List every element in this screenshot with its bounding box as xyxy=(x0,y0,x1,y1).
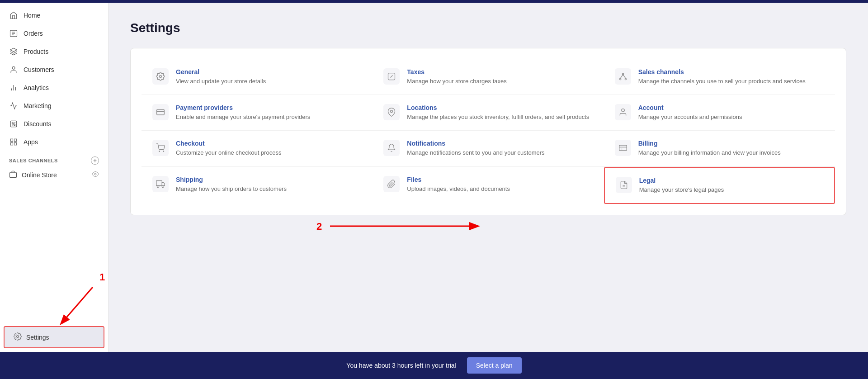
files-icon xyxy=(383,176,400,192)
svg-rect-13 xyxy=(10,139,13,141)
svg-marker-4 xyxy=(10,48,17,52)
settings-item-account[interactable]: Account Manage your accounts and permiss… xyxy=(604,95,835,131)
billing-text: Billing Manage your billing information … xyxy=(638,140,824,157)
svg-point-10 xyxy=(14,124,15,126)
sidebar-item-home-label: Home xyxy=(24,12,40,19)
svg-point-20 xyxy=(160,76,162,78)
svg-point-38 xyxy=(157,185,159,187)
files-title[interactable]: Files xyxy=(407,176,593,183)
sidebar-item-orders[interactable]: Orders xyxy=(0,24,108,43)
settings-item-files[interactable]: Files Upload images, videos, and documen… xyxy=(373,167,604,204)
sidebar-item-settings[interactable]: Settings xyxy=(4,326,104,348)
payment-title[interactable]: Payment providers xyxy=(176,104,362,111)
main-content: Settings General View and update your st… xyxy=(108,3,868,352)
locations-title[interactable]: Locations xyxy=(407,104,593,111)
general-text: General View and update your store detai… xyxy=(176,68,362,85)
settings-item-checkout[interactable]: Checkout Customize your online checkout … xyxy=(142,131,373,166)
sidebar-item-apps[interactable]: Apps xyxy=(0,133,108,151)
svg-point-5 xyxy=(12,66,15,69)
online-store-left: Online Store xyxy=(9,170,57,180)
sidebar-item-online-store[interactable]: Online Store xyxy=(0,166,108,183)
checkout-desc: Customize your online checkout process xyxy=(176,149,362,157)
online-store-label: Online Store xyxy=(22,171,57,179)
shipping-icon xyxy=(152,176,169,192)
sidebar-item-marketing-label: Marketing xyxy=(24,102,51,109)
sidebar-item-customers-label: Customers xyxy=(24,66,54,73)
account-icon xyxy=(615,104,631,120)
sidebar: Home Orders Products xyxy=(0,3,108,352)
online-store-icon xyxy=(9,170,17,180)
billing-icon xyxy=(615,140,631,156)
settings-item-locations[interactable]: Locations Manage the places you stock in… xyxy=(373,95,604,131)
shipping-text: Shipping Manage how you ship orders to c… xyxy=(176,176,362,193)
settings-item-legal[interactable]: Legal Manage your store's legal pages xyxy=(604,167,835,204)
app-container: Home Orders Products xyxy=(0,0,868,379)
settings-item-billing[interactable]: Billing Manage your billing information … xyxy=(604,131,835,166)
sidebar-item-customers[interactable]: Customers xyxy=(0,61,108,79)
svg-rect-17 xyxy=(10,172,17,177)
settings-item-taxes[interactable]: Taxes Manage how your store charges taxe… xyxy=(373,59,604,95)
sidebar-item-products[interactable]: Products xyxy=(0,43,108,61)
sidebar-item-discounts[interactable]: Discounts xyxy=(0,115,108,133)
account-text: Account Manage your accounts and permiss… xyxy=(638,104,824,121)
files-desc: Upload images, videos, and documents xyxy=(407,185,593,193)
general-desc: View and update your store details xyxy=(176,77,362,85)
general-icon xyxy=(152,68,169,85)
legal-title[interactable]: Legal xyxy=(639,177,823,184)
sidebar-settings-label: Settings xyxy=(26,334,49,341)
online-store-eye-button[interactable] xyxy=(92,171,99,179)
sidebar-item-orders-label: Orders xyxy=(24,30,43,37)
settings-item-general[interactable]: General View and update your store detai… xyxy=(142,59,373,95)
files-text: Files Upload images, videos, and documen… xyxy=(407,176,593,193)
svg-point-18 xyxy=(94,173,96,175)
svg-point-19 xyxy=(17,336,19,338)
taxes-title[interactable]: Taxes xyxy=(407,68,593,76)
checkout-icon xyxy=(152,140,169,156)
svg-line-11 xyxy=(12,122,15,126)
payment-desc: Enable and manage your store's payment p… xyxy=(176,113,362,121)
sales-channels-title[interactable]: Sales channels xyxy=(638,68,824,76)
add-sales-channel-button[interactable]: + xyxy=(91,156,99,165)
taxes-icon xyxy=(383,68,400,85)
settings-item-shipping[interactable]: Shipping Manage how you ship orders to c… xyxy=(142,167,373,204)
notifications-title[interactable]: Notifications xyxy=(407,140,593,147)
svg-rect-16 xyxy=(14,143,17,145)
svg-point-32 xyxy=(163,151,164,152)
page-title: Settings xyxy=(130,21,846,35)
marketing-icon xyxy=(9,101,18,110)
svg-rect-15 xyxy=(10,143,13,145)
settings-item-sales-channels[interactable]: Sales channels Manage the channels you u… xyxy=(604,59,835,95)
payment-icon xyxy=(152,104,169,120)
shipping-desc: Manage how you ship orders to customers xyxy=(176,185,362,193)
settings-card: General View and update your store detai… xyxy=(130,48,846,215)
billing-title[interactable]: Billing xyxy=(638,140,824,147)
svg-point-24 xyxy=(625,78,626,80)
checkout-title[interactable]: Checkout xyxy=(176,140,362,147)
sidebar-item-analytics-label: Analytics xyxy=(24,84,49,91)
analytics-icon xyxy=(9,83,18,92)
settings-item-payment[interactable]: Payment providers Enable and manage your… xyxy=(142,95,373,131)
svg-point-23 xyxy=(619,78,621,80)
sidebar-item-home[interactable]: Home xyxy=(0,6,108,24)
svg-point-30 xyxy=(621,109,624,112)
svg-rect-27 xyxy=(157,109,165,115)
shipping-title[interactable]: Shipping xyxy=(176,176,362,183)
svg-rect-14 xyxy=(14,139,17,141)
svg-point-9 xyxy=(12,122,13,123)
sales-channels-section: SALES CHANNELS + xyxy=(0,151,108,166)
sidebar-item-marketing[interactable]: Marketing xyxy=(0,97,108,115)
account-title[interactable]: Account xyxy=(638,104,824,111)
select-plan-button[interactable]: Select a plan xyxy=(467,357,522,374)
locations-text: Locations Manage the places you stock in… xyxy=(407,104,593,121)
home-icon xyxy=(9,11,18,20)
sidebar-item-analytics[interactable]: Analytics xyxy=(0,79,108,97)
products-icon xyxy=(9,47,18,56)
general-title[interactable]: General xyxy=(176,68,362,76)
settings-item-notifications[interactable]: Notifications Manage notifications sent … xyxy=(373,131,604,166)
settings-grid: General View and update your store detai… xyxy=(142,59,835,204)
locations-icon xyxy=(383,104,400,120)
legal-text: Legal Manage your store's legal pages xyxy=(639,177,823,194)
sidebar-item-apps-label: Apps xyxy=(24,138,38,146)
svg-line-26 xyxy=(623,75,626,78)
trial-text: You have about 3 hours left in your tria… xyxy=(346,362,456,369)
